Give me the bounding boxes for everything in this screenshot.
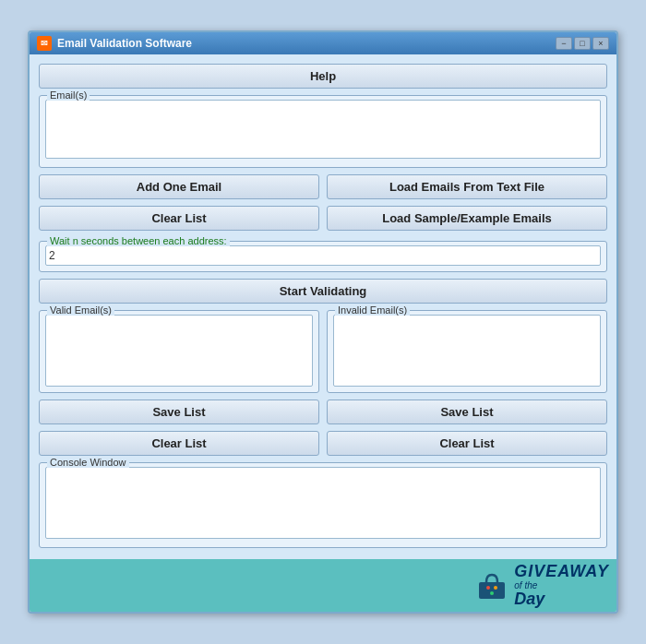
svg-point-1 (486, 586, 490, 590)
clear-list-top-button[interactable]: Clear List (39, 206, 319, 231)
save-list-valid-button[interactable]: Save List (39, 400, 319, 424)
minimize-button[interactable]: − (556, 37, 572, 50)
close-button[interactable]: × (592, 37, 609, 50)
valid-emails-label: Valid Email(s) (47, 304, 114, 316)
giveaway-text-main: GIVEAWAY (514, 563, 609, 581)
main-window: ✉ Email Validation Software − □ × Help E… (28, 30, 618, 614)
emails-section: Email(s) (39, 95, 607, 168)
title-bar-left: ✉ Email Validation Software (37, 36, 192, 51)
window-title: Email Validation Software (57, 37, 192, 50)
svg-point-3 (490, 591, 494, 595)
giveaway-text-ofthe: of the (514, 581, 537, 590)
button-row-2: Clear List Load Sample/Example Emails (39, 206, 607, 231)
wait-input[interactable] (45, 245, 601, 266)
start-validating-button[interactable]: Start Validating (39, 279, 607, 304)
save-list-row: Save List Save List (39, 400, 607, 424)
giveaway-text-day: Day (514, 590, 544, 609)
load-emails-from-text-file-button[interactable]: Load Emails From Text File (327, 174, 607, 199)
invalid-emails-section: Invalid Email(s) (327, 310, 607, 393)
results-columns: Valid Email(s) Invalid Email(s) (39, 310, 607, 393)
svg-rect-0 (479, 582, 505, 599)
valid-emails-textarea[interactable] (45, 315, 313, 387)
add-one-email-button[interactable]: Add One Email (39, 174, 319, 199)
save-list-invalid-button[interactable]: Save List (327, 400, 607, 424)
load-sample-emails-button[interactable]: Load Sample/Example Emails (327, 206, 607, 231)
svg-point-2 (494, 586, 497, 590)
maximize-button[interactable]: □ (574, 37, 591, 50)
button-row-1: Add One Email Load Emails From Text File (39, 174, 607, 199)
console-label: Console Window (47, 457, 129, 468)
clear-list-valid-button[interactable]: Clear List (39, 431, 319, 456)
wait-section: Wait n seconds between each address: (39, 241, 607, 272)
title-bar: ✉ Email Validation Software − □ × (30, 32, 616, 54)
clear-list-row: Clear List Clear List (39, 431, 607, 456)
clear-list-invalid-button[interactable]: Clear List (327, 431, 607, 456)
help-button[interactable]: Help (39, 64, 607, 89)
giveaway-banner: GIVEAWAY of the Day (30, 559, 616, 613)
console-textarea[interactable] (45, 467, 601, 539)
window-body: Help Email(s) Add One Email Load Emails … (30, 54, 616, 557)
console-section: Console Window (39, 462, 607, 548)
valid-emails-section: Valid Email(s) (39, 310, 319, 393)
app-icon: ✉ (37, 36, 52, 51)
wait-label: Wait n seconds between each address: (47, 235, 230, 246)
invalid-emails-label: Invalid Email(s) (335, 304, 410, 316)
giveaway-text-block: GIVEAWAY of the Day (514, 563, 609, 609)
emails-textarea[interactable] (45, 100, 601, 159)
emails-label: Email(s) (47, 89, 90, 101)
title-controls: − □ × (556, 37, 609, 50)
invalid-emails-textarea[interactable] (333, 315, 601, 387)
giveaway-icon (475, 569, 508, 602)
